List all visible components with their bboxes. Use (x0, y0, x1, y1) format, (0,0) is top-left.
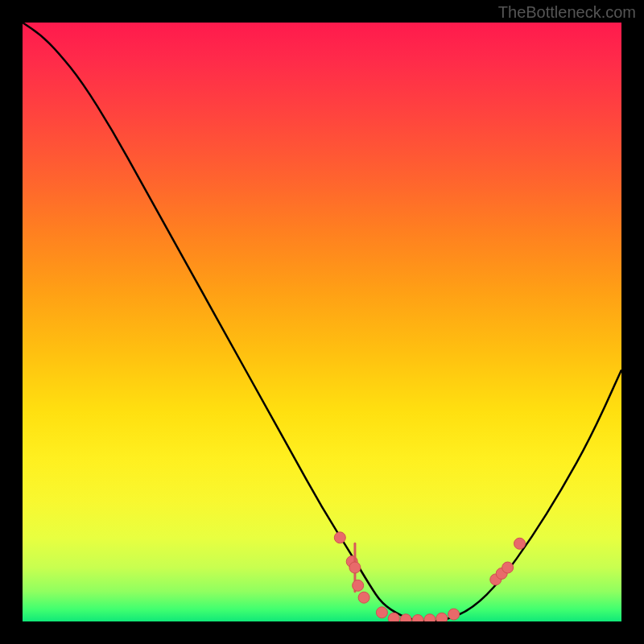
svg-point-5 (358, 592, 369, 603)
watermark-text: TheBottleneck.com (498, 3, 636, 22)
svg-point-9 (412, 615, 423, 621)
svg-point-3 (349, 562, 361, 573)
bottleneck-curve (23, 23, 621, 621)
svg-point-0 (334, 532, 345, 543)
svg-point-11 (436, 613, 448, 621)
svg-point-6 (376, 607, 387, 618)
scatter-points (334, 532, 525, 621)
plot-area (23, 23, 621, 621)
chart-svg (23, 23, 621, 621)
svg-point-15 (502, 562, 514, 573)
svg-point-8 (400, 614, 411, 621)
svg-point-7 (388, 613, 399, 621)
svg-point-4 (353, 580, 364, 591)
svg-point-10 (424, 614, 436, 621)
svg-point-12 (448, 609, 460, 620)
svg-point-16 (514, 538, 526, 549)
